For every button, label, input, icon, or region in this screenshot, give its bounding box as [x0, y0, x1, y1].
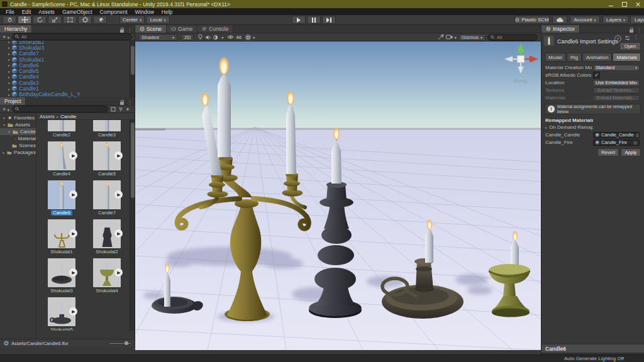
maximize-button[interactable]	[622, 2, 627, 7]
expand-arrow-icon[interactable]: ▸	[8, 69, 10, 74]
2d-toggle[interactable]: 2D	[181, 34, 194, 41]
tab-scene[interactable]: Scene	[135, 25, 167, 33]
object-picker-icon[interactable]: ◎	[633, 140, 637, 145]
scene-visibility-toggle[interactable]: 46	[227, 35, 242, 40]
hierarchy-scrollbar[interactable]	[130, 41, 135, 97]
project-search-input[interactable]	[12, 106, 108, 112]
camera-settings-dropdown[interactable]: ▾	[446, 35, 457, 40]
rect-tool-button[interactable]	[63, 16, 77, 24]
project-scrollbar[interactable]	[130, 120, 135, 331]
project-asset-candle7[interactable]: ▶ Candle7	[87, 180, 127, 216]
custom-tool-button[interactable]	[93, 16, 107, 24]
create-object-button[interactable]: + ▾	[3, 34, 9, 40]
lock-icon[interactable]	[630, 30, 633, 33]
srgb-checkbox[interactable]: ✓	[593, 72, 600, 79]
move-tool-button[interactable]	[18, 16, 31, 24]
tab-console[interactable]: Console	[197, 25, 233, 33]
material-object-field[interactable]: Candle_Fire ◎	[593, 140, 640, 146]
expand-arrow-icon[interactable]: ▸	[8, 52, 10, 56]
folder-tree-item-material[interactable]: Material	[0, 135, 36, 142]
project-asset-candle4[interactable]: ▶ Candle4	[42, 141, 82, 177]
hidden-packages-icon[interactable]	[111, 107, 116, 112]
panel-menu-icon[interactable]: ⋮	[127, 101, 132, 105]
hierarchy-item-Candle3[interactable]: ▸ Candle3	[0, 80, 130, 85]
preview-header[interactable]: Candle6	[541, 344, 644, 353]
expand-arrow-icon[interactable]: ▸	[8, 87, 10, 91]
layout-dropdown[interactable]: Layout▾	[630, 16, 644, 24]
revert-button[interactable]: Revert	[597, 148, 619, 156]
close-button[interactable]	[636, 2, 640, 6]
grid-visibility-dropdown[interactable]: ▾	[245, 35, 255, 40]
scene-search-input[interactable]: All	[487, 34, 538, 41]
breadcrumb-root[interactable]: Assets	[40, 114, 55, 119]
plastic-scm-button[interactable]: Plastic SCM	[514, 16, 550, 24]
thumbnail-size-slider[interactable]	[109, 343, 131, 344]
menu-help[interactable]: Help	[158, 9, 176, 15]
expand-subassets-button[interactable]: ▶	[69, 268, 77, 277]
expand-arrow-icon[interactable]: ▸	[8, 41, 10, 44]
rotate-tool-button[interactable]	[33, 16, 47, 24]
cloud-services-button[interactable]	[552, 16, 567, 24]
folder-tree-item-favorites[interactable]: ▾★ Favorites	[0, 114, 36, 121]
expand-subassets-button[interactable]: ▶	[69, 190, 77, 199]
expand-subassets-button[interactable]: ▶	[69, 307, 77, 315]
project-asset-shokudai5[interactable]: ▶ Shokudai5	[42, 297, 82, 331]
tab-hierarchy[interactable]: Hierarchy	[0, 25, 32, 33]
presets-icon[interactable]	[625, 35, 630, 41]
favorite-icon[interactable]: ★	[126, 107, 130, 112]
menu-component[interactable]: Component	[96, 9, 131, 15]
menu-edit[interactable]: Edit	[18, 9, 35, 15]
expand-arrow-icon[interactable]: ▸	[8, 45, 10, 50]
draw-mode-dropdown[interactable]: Shaded▾	[138, 34, 177, 41]
folder-tree-item-candle[interactable]: ▾ Candle	[0, 128, 36, 135]
scene-audio-icon[interactable]	[205, 35, 211, 40]
tab-model[interactable]: Model	[545, 53, 566, 62]
expand-arrow-icon[interactable]: ▸	[8, 63, 10, 67]
minimize-button[interactable]	[609, 6, 613, 6]
tab-animation[interactable]: Animation	[582, 53, 613, 62]
object-picker-icon[interactable]: ◎	[636, 133, 640, 138]
hierarchy-item-Candle6[interactable]: ▸ Candle6	[0, 62, 130, 68]
tab-materials[interactable]: Materials	[613, 53, 640, 62]
open-button[interactable]: Open	[619, 42, 641, 50]
scene-viewport[interactable]: Persp	[135, 41, 541, 350]
effects-dropdown-arrow[interactable]: ▾	[221, 35, 223, 40]
project-asset-shokudai2[interactable]: ▶ Shokudai2	[87, 219, 127, 255]
folder-tree-item-scenes[interactable]: Scenes	[0, 142, 36, 149]
tab-rig[interactable]: Rig	[567, 53, 582, 62]
hierarchy-item-BirthdayCakeCandle_L_Y[interactable]: ▸ BirthdayCakeCandle_L_Y	[0, 92, 130, 97]
panel-menu-icon[interactable]: ⋮	[636, 29, 641, 33]
context-menu-icon[interactable]: ⋮	[633, 35, 638, 42]
project-asset-shokudai3[interactable]: ▶ Shokudai3	[42, 258, 82, 293]
create-asset-button[interactable]: + ▾	[3, 106, 9, 112]
pivot-toggle-button[interactable]: Center▾	[119, 16, 145, 24]
scene-lighting-icon[interactable]	[197, 34, 203, 40]
menu-file[interactable]: File	[2, 9, 18, 15]
project-asset-candle3[interactable]: Candle3	[87, 120, 127, 138]
gizmos-dropdown[interactable]: Gizmos▾	[458, 34, 486, 41]
transform-tool-button[interactable]	[78, 16, 92, 24]
expand-subassets-button[interactable]: ▶	[69, 151, 77, 160]
scene-effects-icon[interactable]	[213, 35, 219, 40]
creation-mode-dropdown[interactable]: Standard▾	[593, 65, 640, 71]
folder-tree-item-packages[interactable]: ▸ Packages	[0, 149, 36, 156]
expand-subassets-button[interactable]: ▶	[114, 268, 123, 277]
on-demand-remap-foldout[interactable]: ▸On Demand Remap	[541, 124, 593, 130]
tab-inspector[interactable]: i Inspector	[541, 25, 580, 33]
step-button[interactable]	[322, 16, 336, 24]
expand-subassets-button[interactable]: ▶	[69, 229, 77, 238]
hierarchy-item-Shokudai1[interactable]: ▸ Shokudai1	[0, 57, 130, 62]
expand-arrow-icon[interactable]: ▸	[8, 75, 10, 79]
space-toggle-button[interactable]: Local▾	[146, 16, 170, 24]
project-asset-candle5[interactable]: ▶ Candle5	[87, 141, 127, 177]
pause-button[interactable]	[307, 16, 321, 24]
hierarchy-item-Candle7[interactable]: ▸ Candle7	[0, 51, 130, 57]
expand-arrow-icon[interactable]: ▸	[8, 92, 10, 97]
hierarchy-item-Candle5[interactable]: ▸ Candle5	[0, 68, 130, 74]
expand-arrow-icon[interactable]: ▸	[8, 57, 10, 62]
menu-window[interactable]: Window	[131, 9, 158, 15]
material-object-field[interactable]: Candle_Candle ◎	[593, 132, 640, 138]
expand-subassets-button[interactable]: ▶	[114, 229, 123, 238]
breadcrumb-current[interactable]: Candle	[60, 114, 76, 119]
lighting-status[interactable]: Auto Generate Lighting Off	[564, 356, 624, 361]
